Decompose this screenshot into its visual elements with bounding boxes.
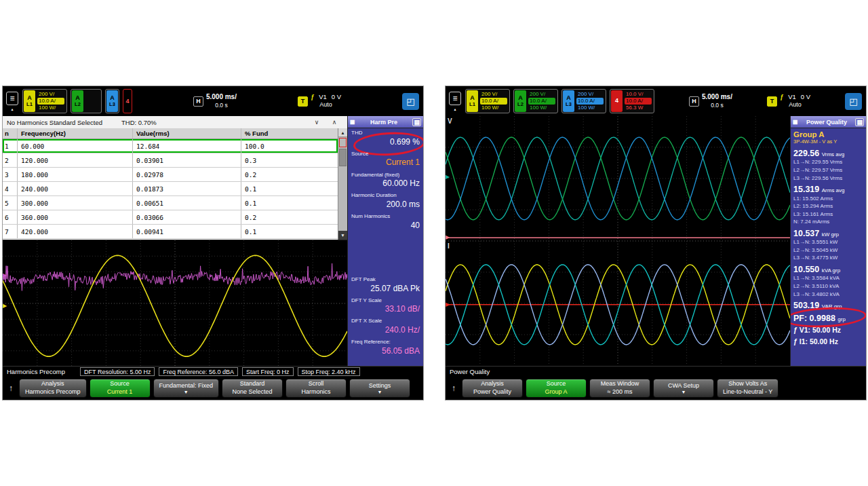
freq-reference-field[interactable]: Freq Reference: 56.05 dBA	[348, 337, 423, 358]
softkey-line1: Source	[110, 380, 130, 388]
softkey-line2: Current 1	[107, 388, 133, 396]
cell: 0.02978	[133, 168, 241, 181]
scroll-track[interactable]	[338, 137, 347, 231]
channel-2-control[interactable]: A L2 200 V/ 10.0 A/ 100 W/	[513, 89, 558, 113]
fundamental-softkey[interactable]: Fundamental: Fixed ▼	[153, 379, 220, 398]
channel-1-control[interactable]: A L1 200 V/ 10.0 A/ 100 W/	[465, 89, 510, 113]
channel-4-amp-scale: 10.0 A/	[625, 98, 652, 105]
source-softkey[interactable]: Source Group A	[526, 379, 587, 398]
analysis-softkey[interactable]: Analysis Harmonics Precomp	[19, 379, 87, 398]
sidebar-header[interactable]: ▦ Power Quality ▤	[791, 116, 866, 128]
group-name: Group A	[791, 128, 866, 138]
trigger-level: 0 V	[801, 93, 810, 101]
cell: 100.0	[241, 139, 338, 153]
thd-summary-text: THD: 0.70%	[121, 119, 157, 126]
hamburger-menu-button[interactable]: ≡ ▴	[448, 92, 462, 111]
source-label: Source	[351, 151, 420, 157]
touchscreen-button[interactable]: ◰	[845, 93, 862, 110]
trigger-control[interactable]: T ƒ V1 0 V Auto	[298, 93, 341, 109]
channel-1-control[interactable]: A L1 200 V/ 10.0 A/ 100 W/	[22, 89, 67, 113]
table-scrollbar[interactable]: ▲ ▼	[338, 128, 347, 240]
softkey-line1: Analysis	[481, 380, 504, 388]
channel-1-watt-scale: 100 W/	[37, 105, 64, 111]
channel-2-control[interactable]: A L2	[71, 89, 102, 113]
horizontal-control[interactable]: H 5.000 ms/ 0.0 s	[689, 93, 732, 109]
panel-icon: ▦	[793, 119, 798, 125]
waveform-canvas	[446, 116, 790, 366]
dft-peak-field: DFT Peak 25.07 dBA Pk	[348, 275, 423, 296]
power-quality-sidebar: ▦ Power Quality ▤ Group A 3P-4W-3M - V a…	[790, 116, 866, 366]
voltage-axis-label: V	[448, 117, 452, 125]
channel-1-scales: 200 V/ 10.0 A/ 100 W/	[479, 90, 509, 112]
channel-4-control[interactable]: 4 10.0 V/ 10.0 A/ 56.3 W	[610, 89, 654, 113]
value: 229.56	[793, 149, 819, 158]
table-row[interactable]: 2 120.000 0.03901 0.3	[3, 153, 338, 168]
unit: Arms avg	[822, 187, 845, 193]
cell: 0.00941	[133, 225, 241, 238]
source-field[interactable]: Source Current 1	[348, 149, 423, 170]
hamburger-menu-button[interactable]: ≡ ▴	[5, 92, 19, 111]
menu-back-button[interactable]: ↑	[448, 384, 459, 393]
show-volts-as-softkey[interactable]: Show Volts As Line-to-Neutral - Y	[717, 379, 778, 398]
scroll-up-button[interactable]: ▲	[338, 128, 347, 137]
channel-3-control[interactable]: A L3 200 V/ 10.0 A/ 100 W/	[561, 89, 606, 113]
channel-2-badge: A L2	[72, 90, 83, 112]
channel-1-amp-scale: 10.0 A/	[480, 98, 507, 105]
trigger-key: T	[767, 96, 777, 107]
channel-3-control[interactable]: A L3	[105, 89, 119, 113]
value: PF: 0.9988	[793, 314, 835, 323]
vrms-l2: L2→N: 229.57 Vrms	[791, 166, 866, 174]
source-softkey[interactable]: Source Current 1	[90, 379, 151, 398]
dft-x-scale-field[interactable]: DFT X Scale 240.0 Hz/	[348, 316, 423, 337]
toolbar: ≡ ▴ A L1 200 V/ 10.0 A/ 100 W/ A L2	[446, 86, 866, 116]
channel-1-badge: A L1	[467, 90, 478, 112]
horizontal-control[interactable]: H 5.000 ms/ 0.0 s	[193, 93, 237, 109]
table-row[interactable]: 6 360.000 0.03066 0.2	[3, 210, 338, 225]
cwa-setup-softkey[interactable]: CWA Setup ▼	[653, 379, 714, 398]
sidebar-header[interactable]: ▦ Harm Pre ▤	[348, 116, 423, 128]
dft-y-scale-field[interactable]: DFT Y Scale 33.10 dB/	[348, 296, 423, 317]
table-row[interactable]: 5 300.000 0.00651 0.1	[3, 196, 338, 210]
dft-x-scale-value: 240.0 Hz/	[351, 324, 420, 335]
meas-window-softkey[interactable]: Meas Window ≈ 200 ms	[589, 379, 650, 398]
table-row[interactable]: 3 180.000 0.02978 0.2	[3, 168, 338, 182]
channel-1-watt-scale: 100 W/	[480, 105, 507, 111]
fundamental-field[interactable]: Fundamental (fixed) 60.000 Hz	[348, 170, 423, 191]
channel-4-control[interactable]: 4	[123, 89, 132, 113]
analysis-softkey[interactable]: Analysis Power Quality	[462, 379, 523, 398]
kva-l3: L3→N: 3.4802 kVA	[791, 291, 866, 299]
pq-waveform-display[interactable]: V I ▶ ▶ ▶	[446, 116, 790, 366]
scroll-down-icon: ▼	[340, 233, 344, 238]
trigger-control[interactable]: T ƒ V1 0 V Auto	[767, 93, 810, 109]
scroll-down-button[interactable]: ▼	[338, 231, 347, 240]
hamburger-icon: ≡	[9, 94, 14, 102]
table-row[interactable]: 1 60.000 12.684 100.0	[3, 139, 338, 153]
sidebar-menu-icon[interactable]: ▤	[855, 118, 864, 126]
expand-chevron-icon[interactable]: ∧	[326, 119, 343, 126]
source-value: Current 1	[351, 157, 420, 168]
menu-back-button[interactable]: ↑	[5, 384, 16, 393]
softkey-menu: ↑ Analysis Power Quality Source Group A …	[446, 377, 866, 400]
channel-2-badge: A L2	[515, 90, 526, 112]
channel-4-letter: 4	[125, 98, 129, 105]
table-row[interactable]: 7 420.000 0.00941 0.1	[3, 225, 338, 239]
sidebar-menu-icon[interactable]: ▤	[412, 118, 421, 126]
touchscreen-button[interactable]: ◰	[402, 93, 419, 110]
dft-y-scale-value: 33.10 dB/	[351, 303, 420, 314]
scroll-thumb[interactable]	[339, 149, 347, 166]
num-harmonics-field[interactable]: Num Harmonics 40	[348, 212, 423, 233]
table-row[interactable]: 4 240.000 0.01873 0.1	[3, 182, 338, 196]
cell: 360.000	[18, 210, 133, 224]
timebase-delay: 0.0 s	[215, 102, 227, 109]
waveform-canvas	[3, 240, 347, 366]
cell: 7	[3, 225, 18, 238]
collapse-chevron-icon[interactable]: ∨	[308, 119, 326, 126]
channel-1-amp-scale: 10.0 A/	[37, 98, 64, 105]
settings-softkey[interactable]: Settings ▼	[349, 379, 410, 398]
scroll-softkey[interactable]: Scroll Harmonics	[285, 379, 347, 398]
standard-softkey[interactable]: Standard None Selected	[222, 379, 283, 398]
harmonic-duration-field[interactable]: Harmonic Duration 200.0 ms	[348, 191, 423, 212]
dft-peak-label: DFT Peak	[351, 276, 420, 283]
harmonics-waveform-display[interactable]: ▶ ▶	[3, 240, 347, 366]
value: 10.550	[793, 265, 819, 274]
